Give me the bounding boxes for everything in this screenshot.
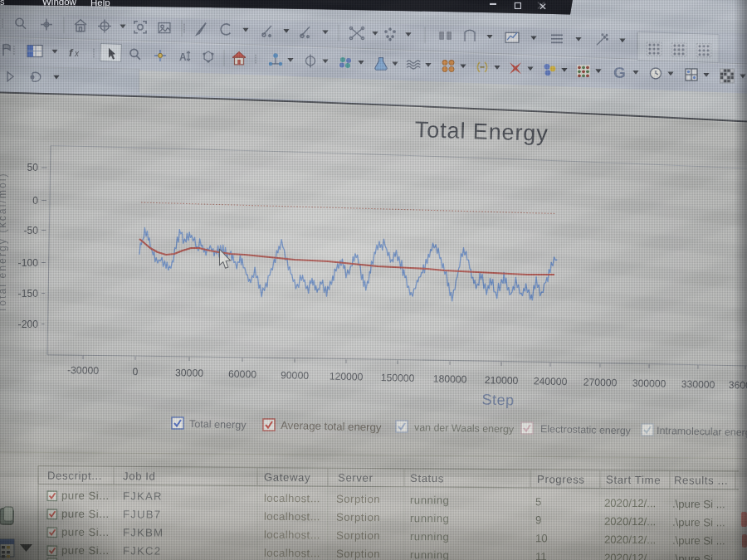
svg-text:0: 0 <box>133 366 139 377</box>
svg-text:localhost...: localhost... <box>264 492 320 505</box>
svg-text:60000: 60000 <box>228 368 256 381</box>
svg-text:pure Si...: pure Si... <box>61 526 110 539</box>
svg-text:pure Si...: pure Si... <box>61 544 110 558</box>
svg-text:360000: 360000 <box>729 379 747 392</box>
svg-text:150000: 150000 <box>381 372 415 384</box>
svg-text:pure Si...: pure Si... <box>61 508 110 521</box>
svg-text:A: A <box>179 51 187 63</box>
svg-text:pure Si...: pure Si... <box>61 489 110 503</box>
svg-text:300000: 300000 <box>632 377 666 390</box>
svg-text:Sorption: Sorption <box>336 548 380 560</box>
svg-text:Results ...: Results ... <box>674 474 728 487</box>
svg-text:FJKC2: FJKC2 <box>123 544 161 557</box>
svg-text:120000: 120000 <box>330 371 364 383</box>
svg-text:localhost...: localhost... <box>264 510 320 523</box>
svg-text:Total energy: Total energy <box>189 418 247 431</box>
svg-text:Step: Step <box>481 392 514 409</box>
svg-text:Gateway: Gateway <box>264 471 310 484</box>
svg-text:FJKBM: FJKBM <box>123 526 164 538</box>
svg-text:11: 11 <box>535 550 547 560</box>
svg-text:2020/12/...: 2020/12/... <box>604 515 656 528</box>
svg-text:0: 0 <box>32 195 38 207</box>
svg-text:Average total energy: Average total energy <box>281 419 382 434</box>
svg-text:localhost...: localhost... <box>264 528 320 542</box>
svg-text:.\pure Si ...: .\pure Si ... <box>672 516 725 529</box>
svg-text:Electrostatic energy: Electrostatic energy <box>540 423 632 436</box>
svg-text:van der Waals energy: van der Waals energy <box>414 421 515 436</box>
svg-text:Total Energy: Total Energy <box>414 117 549 146</box>
svg-text:Sorption: Sorption <box>336 529 380 542</box>
svg-text:50: 50 <box>27 162 38 173</box>
svg-text:240000: 240000 <box>534 375 568 387</box>
svg-text:Sorption: Sorption <box>336 493 380 505</box>
svg-text:Help: Help <box>90 0 110 9</box>
svg-text:Total energy (kcal/mol): Total energy (kcal/mol) <box>0 172 8 313</box>
svg-text:.\pure Si ...: .\pure Si ... <box>672 534 725 548</box>
svg-text:G: G <box>613 64 626 81</box>
svg-text:90000: 90000 <box>281 369 309 382</box>
svg-text:10: 10 <box>535 532 548 544</box>
svg-text:-200: -200 <box>18 319 39 330</box>
svg-text:9: 9 <box>535 514 541 526</box>
svg-text:330000: 330000 <box>681 378 715 391</box>
svg-text:30000: 30000 <box>175 367 203 379</box>
svg-text:Start Time: Start Time <box>606 474 661 487</box>
svg-text:-30000: -30000 <box>67 364 99 377</box>
svg-text:2020/12/...: 2020/12/... <box>604 497 656 510</box>
svg-text:FJKAR: FJKAR <box>123 489 163 502</box>
svg-text:180000: 180000 <box>433 373 467 386</box>
svg-text:running: running <box>410 494 450 506</box>
svg-text:210000: 210000 <box>485 374 519 387</box>
svg-text:Sorption: Sorption <box>336 511 380 523</box>
svg-text:Progress: Progress <box>537 473 585 486</box>
svg-text:-50: -50 <box>23 225 38 236</box>
svg-text:270000: 270000 <box>583 377 618 389</box>
svg-text:FJUB7: FJUB7 <box>123 508 161 520</box>
svg-text:2020/12/...: 2020/12/... <box>604 533 656 547</box>
svg-text:2020/12/...: 2020/12/... <box>604 552 656 560</box>
svg-text:running: running <box>410 530 450 543</box>
svg-text:.\pure Si ...: .\pure Si ... <box>672 498 725 511</box>
svg-text:-150: -150 <box>18 288 39 299</box>
svg-text:localhost...: localhost... <box>264 547 320 560</box>
svg-text:Window: Window <box>42 0 77 8</box>
svg-text:Intramolecular energ: Intramolecular energ <box>657 425 747 438</box>
svg-text:Descript...: Descript... <box>47 470 102 483</box>
svg-text:-100: -100 <box>18 257 39 269</box>
svg-text:Job Id: Job Id <box>123 470 156 482</box>
svg-text:x: x <box>74 49 80 58</box>
svg-text:Status: Status <box>410 472 444 485</box>
svg-text:.\pure Si ...: .\pure Si ... <box>672 553 725 560</box>
svg-text:5: 5 <box>535 495 541 508</box>
svg-text:Server: Server <box>338 471 374 484</box>
svg-text:running: running <box>410 548 450 560</box>
svg-text:running: running <box>410 512 450 524</box>
